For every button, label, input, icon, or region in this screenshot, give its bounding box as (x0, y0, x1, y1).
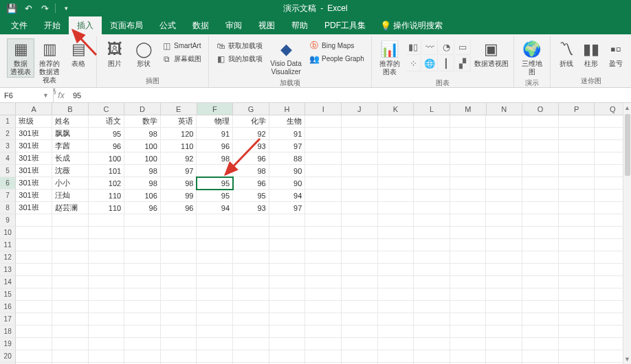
smartart-button[interactable]: ◫ SmartArt (160, 40, 203, 52)
name-box[interactable]: F6 ▼ (0, 88, 54, 102)
cell[interactable] (342, 239, 378, 251)
visio-button[interactable]: ◆ Visio Data Visualizer (267, 38, 305, 78)
pivot-table-button[interactable]: ▦ 数据 透视表 (7, 38, 34, 78)
cell[interactable] (342, 190, 378, 202)
cell[interactable]: 98 (124, 177, 161, 190)
cell[interactable]: 110 (89, 202, 125, 214)
cell[interactable] (450, 313, 487, 326)
cell[interactable] (342, 140, 378, 152)
cell[interactable] (342, 177, 378, 190)
sparkline-column-button[interactable]: ▮▮ 柱形 (579, 38, 603, 69)
row-header[interactable]: 16 (0, 301, 16, 313)
cell[interactable] (52, 276, 89, 288)
cell[interactable] (559, 350, 595, 363)
cell[interactable] (414, 251, 450, 264)
cell[interactable]: 姓名 (52, 115, 89, 128)
row-header[interactable]: 6 (0, 177, 16, 190)
cell[interactable] (486, 350, 522, 363)
cell[interactable] (342, 276, 378, 288)
cell[interactable] (522, 202, 559, 214)
cell[interactable] (89, 276, 125, 288)
row-header[interactable]: 15 (0, 288, 16, 301)
row-header[interactable]: 1 (0, 115, 16, 128)
cell[interactable] (233, 338, 269, 350)
cell[interactable] (305, 301, 342, 313)
cell[interactable] (414, 115, 450, 128)
sparkline-winloss-button[interactable]: ▪▫ 盈亏 (604, 38, 628, 69)
cell[interactable] (522, 313, 559, 326)
column-header[interactable]: K (378, 103, 414, 115)
cell[interactable]: 生物 (269, 115, 306, 128)
cell[interactable] (450, 214, 487, 227)
cell[interactable] (522, 326, 559, 338)
cell[interactable] (522, 140, 559, 152)
cell[interactable] (305, 251, 342, 264)
cell[interactable]: 99 (161, 190, 197, 202)
cell[interactable] (522, 227, 559, 239)
tab-review[interactable]: 审阅 (217, 16, 250, 34)
cell[interactable] (342, 152, 378, 165)
cell[interactable] (161, 338, 197, 350)
cell[interactable] (559, 214, 595, 227)
cell[interactable] (414, 350, 450, 363)
cell[interactable]: 301班 (16, 202, 52, 214)
cell[interactable] (16, 264, 52, 276)
cell[interactable]: 95 (89, 128, 125, 140)
cell[interactable] (305, 227, 342, 239)
cell[interactable]: 100 (124, 140, 161, 152)
cell[interactable]: 95 (233, 190, 269, 202)
cell[interactable] (559, 202, 595, 214)
cell[interactable] (89, 288, 125, 301)
cell[interactable] (522, 128, 559, 140)
cell[interactable] (486, 165, 522, 177)
cell[interactable]: 98 (124, 165, 161, 177)
cell[interactable] (486, 214, 522, 227)
cell[interactable] (450, 264, 487, 276)
row-header[interactable]: 12 (0, 251, 16, 264)
cell[interactable] (486, 152, 522, 165)
cell[interactable]: 110 (89, 190, 125, 202)
undo-icon[interactable]: ↶ (22, 2, 34, 14)
row-header[interactable]: 9 (0, 214, 16, 227)
scatter-chart-icon[interactable]: ⁘ (406, 56, 421, 71)
cell[interactable] (52, 214, 89, 227)
cell[interactable]: 98 (197, 152, 233, 165)
cell[interactable] (522, 177, 559, 190)
tab-data[interactable]: 数据 (184, 16, 217, 34)
cell[interactable] (269, 326, 306, 338)
cell[interactable] (342, 214, 378, 227)
cell[interactable] (378, 115, 414, 128)
cell[interactable] (559, 326, 595, 338)
cell[interactable] (197, 301, 233, 313)
cell[interactable] (342, 264, 378, 276)
cell[interactable]: 96 (197, 140, 233, 152)
save-icon[interactable]: 💾 (5, 2, 18, 14)
cell[interactable] (161, 288, 197, 301)
row-header[interactable]: 17 (0, 313, 16, 326)
cell[interactable] (342, 301, 378, 313)
cell[interactable] (378, 227, 414, 239)
stock-chart-icon[interactable]: ┃ (439, 56, 454, 71)
select-all-corner[interactable] (0, 103, 16, 115)
cell[interactable] (342, 288, 378, 301)
cell[interactable]: 96 (161, 202, 197, 214)
column-header[interactable]: L (414, 103, 450, 115)
cell[interactable] (559, 251, 595, 264)
cell[interactable] (378, 140, 414, 152)
cell[interactable] (124, 350, 161, 363)
cell[interactable]: 沈薇 (52, 165, 89, 177)
people-graph-button[interactable]: 👥 People Graph (308, 53, 366, 65)
cell[interactable] (486, 313, 522, 326)
cell[interactable] (559, 264, 595, 276)
row-header[interactable]: 7 (0, 190, 16, 202)
cell[interactable] (52, 264, 89, 276)
cell[interactable]: 95 (197, 177, 233, 190)
cell[interactable]: 赵芸澜 (52, 202, 89, 214)
cell[interactable] (342, 227, 378, 239)
cell[interactable] (89, 301, 125, 313)
shapes-button[interactable]: ◯ 形状 (130, 38, 157, 69)
column-header[interactable]: N (487, 103, 523, 115)
combo-chart-icon[interactable]: ▞ (456, 56, 471, 71)
cell[interactable]: 110 (161, 140, 197, 152)
cell[interactable] (414, 288, 450, 301)
